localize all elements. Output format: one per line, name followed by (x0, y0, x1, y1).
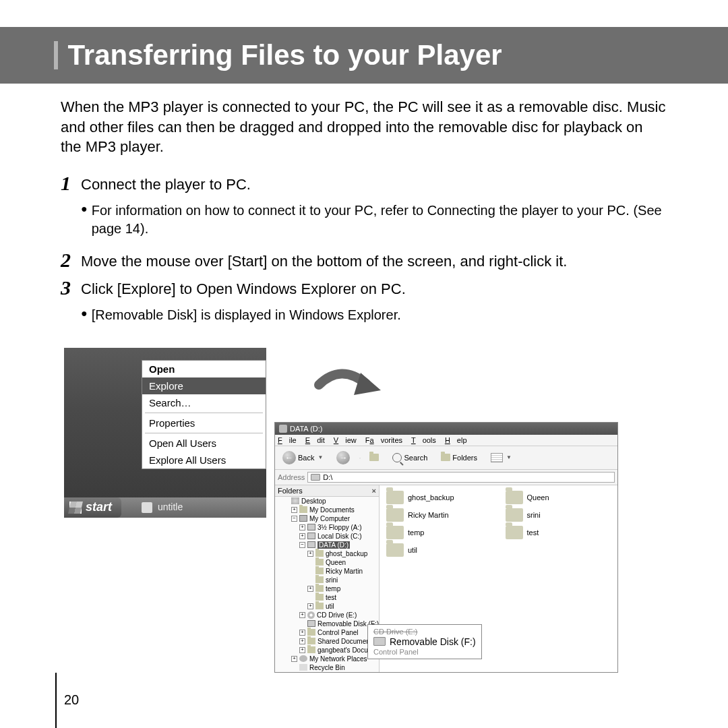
taskbar: start untitle (64, 497, 266, 518)
menu-tools[interactable]: Tools (411, 436, 436, 444)
tree-temp[interactable]: +temp (307, 584, 379, 593)
network-icon (299, 655, 307, 662)
folder-icon (386, 526, 404, 539)
folder-icon (386, 491, 404, 504)
paint-icon (142, 502, 152, 513)
tree-data-d[interactable]: −DATA (D:) (299, 541, 379, 549)
expand-icon[interactable]: + (299, 638, 305, 644)
address-label: Address (278, 473, 305, 481)
taskbar-item-label: untitle (158, 502, 183, 512)
views-icon (491, 453, 503, 462)
folder-icon (315, 603, 324, 609)
menu-explore-all-users[interactable]: Explore All Users (142, 452, 266, 468)
address-input[interactable]: D:\ (307, 472, 615, 483)
expand-icon[interactable]: + (299, 533, 305, 539)
drive-icon (311, 474, 320, 481)
step-3-number: 3 (61, 278, 81, 298)
start-context-menu: Open Explore Search… Properties Open All… (142, 360, 266, 469)
computer-icon (299, 515, 307, 522)
taskbar-item[interactable]: untitle (142, 502, 183, 513)
folder-item[interactable]: Queen (506, 491, 611, 504)
step-3-text: Click [Explore] to Open Windows Explorer… (81, 278, 406, 299)
collapse-icon[interactable]: − (291, 516, 297, 522)
tree-ghost-backup[interactable]: +ghost_backup (307, 549, 379, 558)
folder-icon (506, 491, 523, 504)
page-number: 20 (64, 692, 79, 708)
expand-icon[interactable]: + (291, 656, 297, 662)
menu-file[interactable]: File (278, 436, 297, 444)
up-button[interactable] (365, 452, 384, 463)
step-2: 2 Move the mouse over [Start] on the bot… (61, 250, 667, 272)
step-1-bullet: ● For information on how to connect it t… (81, 202, 667, 238)
menu-help[interactable]: Help (445, 436, 467, 444)
tree-desktop[interactable]: Desktop (283, 497, 379, 506)
arrow-icon (313, 358, 388, 412)
forward-button[interactable]: → (332, 449, 355, 466)
tree-local-c[interactable]: +Local Disk (C:) (299, 532, 379, 541)
folders-button[interactable]: Folders (436, 452, 482, 464)
step-2-number: 2 (61, 250, 81, 270)
address-value: D:\ (323, 473, 332, 481)
menu-view[interactable]: View (334, 436, 357, 444)
folder-icon (315, 576, 324, 583)
tree-srini[interactable]: srini (307, 576, 379, 584)
menu-edit[interactable]: Edit (305, 436, 325, 444)
menu-open-all-users[interactable]: Open All Users (142, 435, 266, 452)
folder-item[interactable]: temp (386, 526, 492, 539)
tree-test[interactable]: test (307, 593, 379, 602)
tree-my-computer[interactable]: −My Computer (291, 514, 379, 523)
menu-properties[interactable]: Properties (142, 415, 266, 431)
tree-util[interactable]: +util (307, 602, 379, 611)
expand-icon[interactable]: + (307, 551, 313, 557)
folder-item[interactable]: test (506, 526, 611, 539)
cd-icon (307, 611, 315, 619)
close-icon[interactable]: × (372, 487, 376, 495)
folder-icon (386, 543, 404, 557)
menu-favorites[interactable]: Favorites (365, 436, 402, 444)
tree-ricky-martin[interactable]: Ricky Martin (307, 567, 379, 576)
removable-drive-icon (373, 637, 386, 646)
folder-icon (386, 508, 404, 522)
tree-cd-drive[interactable]: +CD Drive (E:) (299, 611, 379, 619)
folder-item[interactable]: Ricky Martin (386, 508, 492, 522)
expand-icon[interactable]: + (307, 603, 313, 609)
tree-floppy[interactable]: +3½ Floppy (A:) (299, 523, 379, 532)
expand-icon[interactable]: + (299, 524, 305, 530)
chevron-down-icon: ▼ (317, 454, 323, 460)
expand-icon[interactable]: + (299, 612, 305, 618)
recycle-bin-icon (299, 664, 307, 671)
tree-network-places[interactable]: +My Network Places (291, 655, 379, 663)
tree-my-documents[interactable]: +My Documents (291, 506, 379, 514)
folder-icon (315, 568, 324, 574)
folder-tree: Folders × Desktop +My Documents −My Comp… (275, 485, 380, 672)
expand-icon[interactable]: + (299, 630, 305, 636)
callout-below: Control Panel (373, 648, 419, 656)
folder-icon (506, 508, 523, 522)
folder-item[interactable]: srini (506, 508, 611, 522)
page-rule (55, 673, 57, 728)
collapse-icon[interactable]: − (299, 542, 305, 548)
tree-queen[interactable]: Queen (307, 558, 379, 567)
search-button[interactable]: Search (388, 451, 432, 464)
start-button[interactable]: start (64, 497, 121, 518)
expand-icon[interactable]: + (291, 507, 297, 513)
removable-icon (307, 620, 315, 627)
menu-explore[interactable]: Explore (142, 377, 266, 394)
expand-icon[interactable]: + (307, 586, 313, 592)
back-button[interactable]: ←Back▼ (278, 449, 328, 466)
folder-icon (315, 550, 324, 557)
step-3-bullet: ● [Removable Disk] is displayed in Windo… (81, 306, 667, 324)
folder-item[interactable]: ghost_backup (386, 491, 492, 504)
removable-disk-callout: CD Drive (E:) Removable Disk (F:) Contro… (367, 624, 482, 659)
folder-item[interactable]: util (386, 543, 492, 557)
back-arrow-icon: ← (282, 451, 296, 464)
menu-open[interactable]: Open (142, 361, 266, 377)
folder-icon (315, 594, 324, 601)
views-button[interactable]: ▼ (486, 451, 516, 464)
tree-recycle-bin[interactable]: Recycle Bin (291, 663, 379, 672)
expand-icon[interactable]: + (299, 647, 305, 653)
windows-flag-icon (69, 502, 82, 514)
drive-icon (307, 541, 315, 548)
menu-search[interactable]: Search… (142, 394, 266, 411)
address-bar: Address D:\ (275, 470, 617, 485)
